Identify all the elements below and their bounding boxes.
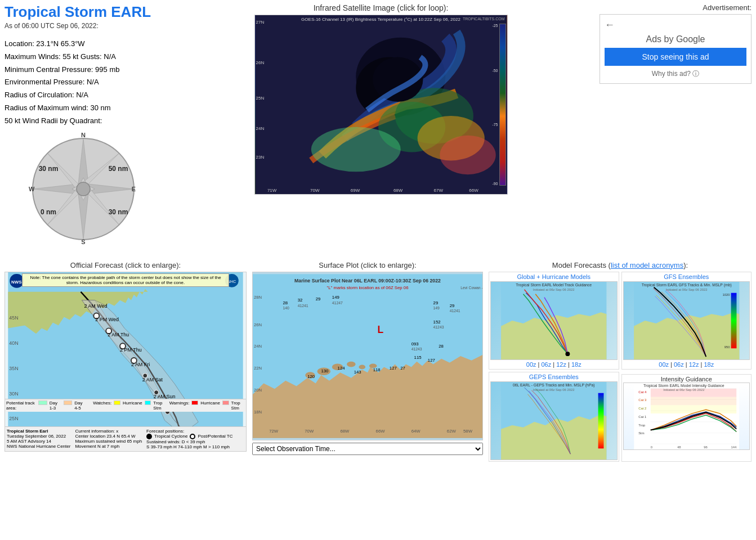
svg-text:W: W xyxy=(29,186,35,192)
svg-text:Cat 3: Cat 3 xyxy=(638,398,647,402)
svg-text:06L EARL - GEPS Tracks and Min: 06L EARL - GEPS Tracks and Min. MSLP (hP… xyxy=(513,382,595,387)
gfs-06z-link[interactable]: 06z xyxy=(674,361,684,368)
observation-time-select[interactable]: Select Observation Time... 09:00Z 10:30Z xyxy=(252,443,483,455)
intensity-guidance-title: Intensity Guidance xyxy=(623,376,750,382)
why-ad-link[interactable]: Why this ad? ⓘ xyxy=(605,69,746,79)
svg-point-115 xyxy=(565,352,570,356)
svg-point-23 xyxy=(311,127,400,172)
wind-radii-label: 50 kt Wind Radii by Quadrant: xyxy=(5,115,162,127)
svg-text:N: N xyxy=(81,133,86,138)
global-18z-link[interactable]: 18z xyxy=(571,361,581,368)
stop-ad-button[interactable]: Stop seeing this ad xyxy=(605,48,746,66)
svg-text:41243: 41243 xyxy=(433,325,444,329)
svg-text:24N: 24N xyxy=(254,344,262,349)
svg-text:NWS: NWS xyxy=(11,279,22,284)
radius-circ-info: Radius of Circulation: N/A xyxy=(5,89,162,101)
svg-text:950: 950 xyxy=(724,345,730,349)
svg-text:66W: 66W xyxy=(376,429,386,434)
page-title: Tropical Storm EARL xyxy=(5,3,162,21)
svg-text:152: 152 xyxy=(433,319,441,324)
svg-text:29: 29 xyxy=(450,303,455,308)
potential-track-label: Potential track area: xyxy=(6,400,36,411)
svg-rect-119 xyxy=(731,292,736,348)
svg-text:2 AM Sat: 2 AM Sat xyxy=(142,376,163,382)
global-models-image[interactable]: Tropical Storm EARL Model Track Guidance… xyxy=(490,281,618,360)
svg-text:144: 144 xyxy=(731,446,737,449)
geps-ensembles-image[interactable]: 06L EARL - GEPS Tracks and Min. MSLP (hP… xyxy=(490,381,618,460)
svg-text:41243: 41243 xyxy=(411,347,422,351)
svg-text:2 AM Thu: 2 AM Thu xyxy=(108,332,129,338)
svg-text:2 PM Wed: 2 PM Wed xyxy=(95,317,119,322)
svg-text:25N: 25N xyxy=(9,416,18,421)
geps-ensembles-box: GEPS Ensembles xyxy=(489,372,619,462)
svg-text:Initiated at 06z Sep 06 2022: Initiated at 06z Sep 06 2022 xyxy=(663,388,704,391)
intensity-guidance-image[interactable]: Cat 4 Cat 3 Cat 2 Cat 1 Trop Stm xyxy=(623,382,750,450)
svg-text:Cat 1: Cat 1 xyxy=(638,415,646,418)
gfs-12z-link[interactable]: 12z xyxy=(689,361,699,368)
svg-text:149: 149 xyxy=(433,306,440,310)
svg-text:Levi Cowan - tropicaltibits.co: Levi Cowan - tropicaltibits.com xyxy=(460,285,482,290)
forecast-info-box: Tropical Storm Earl Tuesday September 06… xyxy=(5,426,246,451)
svg-point-64 xyxy=(347,361,356,367)
forecast-positions-label: Forecast positions: xyxy=(146,429,232,434)
svg-text:124: 124 xyxy=(338,366,346,371)
svg-text:72W: 72W xyxy=(269,429,279,434)
gfs-ensembles-image[interactable]: Tropical Storm EARL GFS Tracks & Min. MS… xyxy=(623,281,750,360)
svg-text:0 nm: 0 nm xyxy=(41,208,56,216)
forecast-center-loc: Center location 23.4 N 65.4 W xyxy=(75,434,142,439)
global-models-box: Global + Hurricane Models Tropical Storm… xyxy=(489,272,619,370)
svg-text:30 nm: 30 nm xyxy=(109,208,128,216)
svg-rect-123 xyxy=(598,393,604,448)
svg-text:118: 118 xyxy=(373,367,381,372)
forecast-advisory: 5 AM AST Advisory 14 xyxy=(7,439,70,444)
global-06z-link[interactable]: 06z xyxy=(542,361,552,368)
svg-text:68W: 68W xyxy=(340,429,350,434)
global-12z-link[interactable]: 12z xyxy=(556,361,566,368)
svg-text:093: 093 xyxy=(411,341,419,346)
svg-text:Stm: Stm xyxy=(638,431,645,435)
global-00z-link[interactable]: 00z xyxy=(526,361,536,368)
gfs-ensembles-box: GFS Ensembles xyxy=(621,272,752,370)
svg-text:Initiated at 06z Sep 06 2022: Initiated at 06z Sep 06 2022 xyxy=(533,388,575,391)
svg-text:2 AM Wed: 2 AM Wed xyxy=(84,303,107,308)
satellite-image-label: GOES-16 Channel 13 (IR) Brightness Tempe… xyxy=(301,17,460,22)
svg-text:Tropical Storm EARL Model Trac: Tropical Storm EARL Model Track Guidance xyxy=(516,282,592,287)
gfs-ensembles-time-links: 00z | 06z | 12z | 18z xyxy=(623,361,750,368)
gfs-18z-link[interactable]: 18z xyxy=(704,361,714,368)
forecast-current-info: Current information: x xyxy=(75,429,142,434)
svg-text:70W: 70W xyxy=(305,429,314,434)
watches-label: Watches: xyxy=(93,400,111,411)
svg-text:35N: 35N xyxy=(9,365,18,371)
model-acronyms-link[interactable]: list of model acronyms xyxy=(611,261,683,269)
svg-text:Marine Surface Plot Near 06L E: Marine Surface Plot Near 06L EARL 09:00Z… xyxy=(294,277,441,283)
satellite-source: TROPICALTIBITS.COM xyxy=(463,17,505,21)
svg-text:22N: 22N xyxy=(254,366,262,371)
svg-text:48: 48 xyxy=(677,446,681,449)
location-info: Location: 23.1°N 65.3°W xyxy=(5,38,162,50)
ads-by-google: Ads by Google xyxy=(605,34,746,44)
svg-text:"L" marks storm location as of: "L" marks storm location as of 06Z Sep 0… xyxy=(327,285,409,290)
min-pressure-info: Minimum Central Pressure: 995 mb xyxy=(5,64,162,76)
svg-text:26N: 26N xyxy=(254,322,262,327)
svg-text:1020: 1020 xyxy=(722,292,730,296)
svg-text:41241: 41241 xyxy=(298,303,308,307)
day4-5-label: Day 4-5 xyxy=(74,400,86,411)
satellite-image[interactable]: GOES-16 Channel 13 (IR) Brightness Tempe… xyxy=(254,15,508,195)
gfs-ensembles-title: GFS Ensembles xyxy=(623,273,750,280)
day1-3-label: Day 1-3 xyxy=(50,400,61,411)
svg-text:30N: 30N xyxy=(9,390,18,396)
official-forecast-title: Official Forecast (click to enlarge): xyxy=(5,261,247,269)
svg-rect-134 xyxy=(650,397,736,405)
svg-text:20N: 20N xyxy=(254,388,262,393)
warnings-label: Warnings: xyxy=(169,400,190,411)
gfs-00z-link[interactable]: 00z xyxy=(659,361,669,368)
svg-text:Initiated at 06z Sep 06 2022: Initiated at 06z Sep 06 2022 xyxy=(665,287,707,291)
svg-text:S: S xyxy=(81,238,85,245)
forecast-storm-name: Tropical Storm Earl xyxy=(7,429,70,434)
surface-plot-map[interactable]: L 28 140 32 41241 29 149 41247 29 149 29… xyxy=(252,272,483,440)
official-forecast-map[interactable]: 2 AM Sun 2 AM Sat 2 AM Fri 2 PM Thu 2 AM… xyxy=(5,272,247,452)
svg-text:Initiated at 06z Sep 06 2022: Initiated at 06z Sep 06 2022 xyxy=(533,287,575,291)
ad-back-icon[interactable]: ← xyxy=(605,19,615,31)
svg-text:Tropical Storm EARL Model Inte: Tropical Storm EARL Model Intensity Guid… xyxy=(643,383,724,388)
svg-text:2 AM Fri: 2 AM Fri xyxy=(131,362,150,367)
